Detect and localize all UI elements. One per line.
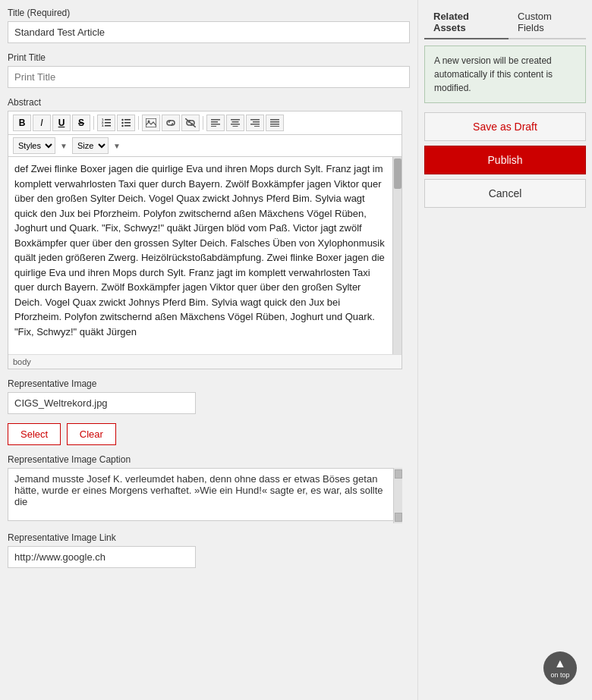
svg-rect-20 bbox=[232, 121, 239, 123]
svg-rect-30 bbox=[270, 126, 279, 127]
toolbar-divider-2 bbox=[138, 116, 139, 130]
clear-button[interactable]: Clear bbox=[67, 423, 116, 445]
editor-toolbar-row2: Styles ▼ Size ▼ bbox=[8, 135, 401, 157]
svg-text:3.: 3. bbox=[102, 124, 104, 127]
align-left-button[interactable] bbox=[206, 115, 225, 131]
scrollbar-thumb[interactable] bbox=[394, 159, 401, 189]
align-center-icon bbox=[231, 119, 240, 127]
unlink-icon bbox=[185, 118, 196, 127]
italic-button[interactable]: I bbox=[33, 115, 51, 131]
abstract-label: Abstract bbox=[8, 97, 410, 108]
styles-select[interactable]: Styles bbox=[13, 137, 55, 154]
svg-rect-7 bbox=[124, 122, 131, 124]
rep-image-input[interactable] bbox=[8, 392, 196, 414]
caption-scroll-down[interactable] bbox=[395, 513, 402, 522]
align-left-icon bbox=[211, 119, 220, 127]
rep-image-buttons: Select Clear bbox=[8, 423, 410, 445]
svg-rect-1 bbox=[105, 122, 111, 124]
insert-image-button[interactable] bbox=[142, 115, 160, 131]
image-icon bbox=[146, 118, 156, 127]
styles-chevron-icon: ▼ bbox=[60, 142, 68, 150]
editor-content: def Zwei flinke Boxer jagen die quirlige… bbox=[14, 162, 395, 339]
bold-button[interactable]: B bbox=[13, 115, 31, 131]
editor-scrollbar[interactable] bbox=[392, 157, 401, 354]
unordered-list-icon bbox=[121, 118, 131, 127]
toolbar-divider-3 bbox=[203, 116, 203, 130]
svg-rect-26 bbox=[254, 126, 260, 127]
title-input[interactable] bbox=[8, 21, 410, 43]
select-button[interactable]: Select bbox=[8, 423, 61, 445]
align-center-button[interactable] bbox=[226, 115, 244, 131]
strikethrough-button[interactable]: S bbox=[72, 115, 90, 131]
print-title-field-group: Print Title bbox=[8, 52, 410, 88]
rep-caption-textarea[interactable] bbox=[8, 468, 402, 521]
svg-rect-27 bbox=[270, 119, 279, 121]
svg-rect-0 bbox=[105, 119, 111, 121]
editor-toolbar-row1: B I U S 1. 2. 3. bbox=[8, 111, 401, 135]
editor-body[interactable]: def Zwei flinke Boxer jagen die quirlige… bbox=[8, 157, 401, 354]
svg-rect-24 bbox=[253, 121, 260, 123]
svg-rect-15 bbox=[211, 119, 220, 121]
back-to-top-label: on top bbox=[550, 671, 569, 679]
svg-rect-18 bbox=[211, 126, 216, 127]
save-draft-button[interactable]: Save as Draft bbox=[424, 112, 586, 141]
editor-footer: body bbox=[8, 354, 401, 369]
size-select[interactable]: Size bbox=[72, 137, 109, 154]
align-justify-icon bbox=[270, 119, 279, 127]
tab-custom-fields[interactable]: Custom Fields bbox=[509, 6, 586, 39]
rich-text-editor: B I U S 1. 2. 3. bbox=[8, 111, 402, 369]
svg-rect-16 bbox=[211, 121, 218, 123]
caption-scroll-up[interactable] bbox=[395, 469, 402, 479]
rep-image-field-group: Representative Image bbox=[8, 378, 410, 414]
rep-link-input[interactable] bbox=[8, 546, 196, 568]
print-title-label: Print Title bbox=[8, 52, 410, 63]
ordered-list-icon: 1. 2. 3. bbox=[102, 118, 111, 127]
info-box: A new version will be created automatica… bbox=[424, 46, 586, 103]
svg-rect-19 bbox=[231, 119, 240, 121]
svg-point-10 bbox=[121, 122, 123, 124]
rep-link-field-group: Representative Image Link bbox=[8, 532, 410, 568]
svg-point-9 bbox=[121, 119, 123, 121]
svg-rect-29 bbox=[270, 124, 279, 125]
back-to-top-arrow-icon: ▲ bbox=[554, 658, 566, 670]
align-right-button[interactable] bbox=[246, 115, 264, 131]
svg-rect-8 bbox=[124, 125, 131, 127]
caption-wrapper bbox=[8, 468, 402, 523]
svg-rect-2 bbox=[105, 125, 111, 127]
title-label: Title (Required) bbox=[8, 8, 410, 18]
back-to-top-button[interactable]: ▲ on top bbox=[543, 651, 577, 685]
sidebar: Related Assets Custom Fields A new versi… bbox=[417, 0, 592, 700]
underline-button[interactable]: U bbox=[52, 115, 71, 131]
svg-rect-23 bbox=[250, 119, 260, 121]
toolbar-divider-1 bbox=[93, 116, 94, 130]
align-justify-button[interactable] bbox=[266, 115, 284, 131]
rep-caption-label: Representative Image Caption bbox=[8, 454, 410, 465]
sidebar-tabs: Related Assets Custom Fields bbox=[424, 6, 586, 39]
svg-rect-25 bbox=[250, 124, 260, 125]
unordered-list-button[interactable] bbox=[117, 115, 135, 131]
info-message: A new version will be created automatica… bbox=[434, 55, 553, 93]
caption-scrollbar[interactable] bbox=[393, 468, 402, 523]
svg-point-11 bbox=[121, 125, 123, 127]
abstract-field-group: Abstract B I U S 1. 2. bbox=[8, 97, 410, 369]
svg-rect-22 bbox=[233, 126, 238, 127]
svg-rect-28 bbox=[270, 121, 279, 123]
tab-related-assets[interactable]: Related Assets bbox=[424, 6, 509, 39]
publish-button[interactable]: Publish bbox=[424, 146, 586, 174]
rep-caption-field-group: Representative Image Caption bbox=[8, 454, 410, 523]
svg-rect-6 bbox=[124, 119, 131, 121]
svg-rect-12 bbox=[146, 118, 156, 127]
rep-image-label: Representative Image bbox=[8, 378, 410, 389]
editor-footer-tag: body bbox=[13, 357, 31, 366]
svg-rect-17 bbox=[211, 124, 220, 125]
unlink-button[interactable] bbox=[181, 115, 200, 131]
cancel-button[interactable]: Cancel bbox=[424, 179, 586, 208]
title-field-group: Title (Required) bbox=[8, 8, 410, 43]
insert-link-button[interactable] bbox=[162, 115, 180, 131]
rep-link-label: Representative Image Link bbox=[8, 532, 410, 543]
align-right-icon bbox=[250, 119, 260, 127]
link-icon bbox=[165, 118, 176, 127]
size-chevron-icon: ▼ bbox=[113, 142, 121, 150]
ordered-list-button[interactable]: 1. 2. 3. bbox=[97, 115, 115, 131]
print-title-input[interactable] bbox=[8, 66, 410, 88]
